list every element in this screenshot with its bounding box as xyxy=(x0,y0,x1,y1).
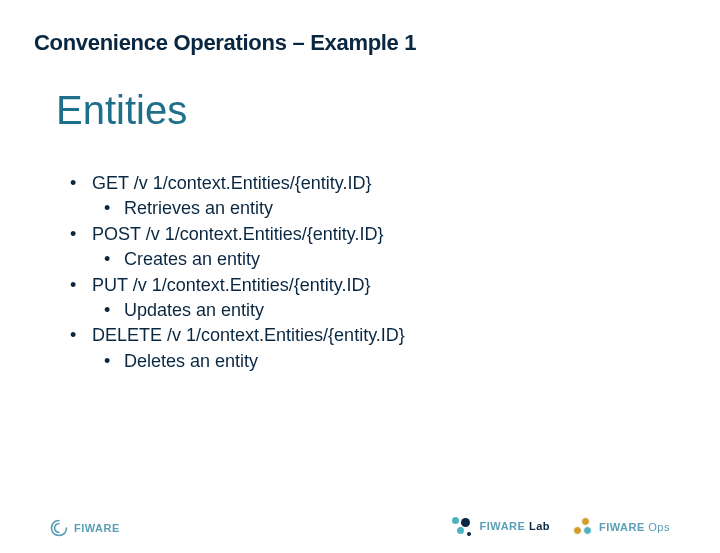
fiware-brand-text: FIWARE xyxy=(480,520,526,532)
fiware-ops-text: FIWARE Ops xyxy=(599,521,670,533)
bullet-l2: Deletes an entity xyxy=(100,350,405,373)
bullet-l2: Retrieves an entity xyxy=(100,197,405,220)
bullet-list: GET /v 1/context.Entities/{entity.ID} Re… xyxy=(68,172,405,375)
bullet-l2: Updates an entity xyxy=(100,299,405,322)
lab-text: Lab xyxy=(529,520,550,532)
bullet-l1: DELETE /v 1/context.Entities/{entity.ID} xyxy=(68,324,405,347)
bullet-l1: PUT /v 1/context.Entities/{entity.ID} xyxy=(68,274,405,297)
ops-text: Ops xyxy=(648,521,670,533)
fiware-brand-text: FIWARE xyxy=(74,522,120,534)
bullet-l2: Creates an entity xyxy=(100,248,405,271)
fiware-ops-logo: FIWARE Ops xyxy=(573,517,670,537)
fiware-brand-text: FIWARE xyxy=(599,521,645,533)
footer: FIWARE FIWARE Lab FIWARE Ops xyxy=(0,499,720,539)
fiware-logo: FIWARE xyxy=(50,519,120,537)
swirl-icon xyxy=(50,519,68,537)
fiware-lab-logo: FIWARE Lab xyxy=(452,515,550,537)
slide-title: Convenience Operations – Example 1 xyxy=(34,30,416,56)
dots-icon xyxy=(452,515,474,537)
bullet-l1: POST /v 1/context.Entities/{entity.ID} xyxy=(68,223,405,246)
section-title: Entities xyxy=(56,88,187,133)
ops-icon xyxy=(573,517,593,537)
bullet-l1: GET /v 1/context.Entities/{entity.ID} xyxy=(68,172,405,195)
fiware-lab-text: FIWARE Lab xyxy=(480,520,550,532)
